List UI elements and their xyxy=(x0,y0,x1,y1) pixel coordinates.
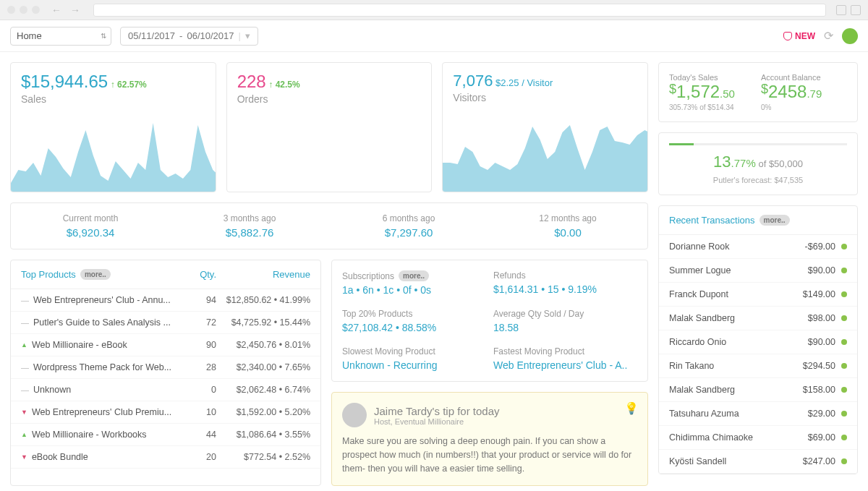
status-dot-icon xyxy=(841,363,847,369)
date-range-picker[interactable]: 05/11/2017 - 06/10/2017 | ▾ xyxy=(120,27,258,46)
account-balance-value: $2458.79 xyxy=(761,82,847,102)
bell-icon xyxy=(783,32,792,40)
transaction-row[interactable]: Rin Takano$294.50 xyxy=(659,354,857,378)
transaction-row[interactable]: Malak Sandberg$98.00 xyxy=(659,307,857,330)
refresh-icon[interactable]: ⟳ xyxy=(824,29,833,43)
product-qty: 20 xyxy=(180,452,216,462)
month-label: Current month xyxy=(11,213,170,223)
product-revenue: $772.54 • 2.52% xyxy=(216,452,310,462)
kpi-visitors-label: Visitors xyxy=(453,92,637,103)
recent-transactions-card: Recent Transactions more.. Dorianne Rook… xyxy=(658,205,858,474)
kpi-orders-card[interactable]: 228 ↑ 42.5% Orders xyxy=(226,62,433,192)
product-qty: 94 xyxy=(180,295,216,305)
browser-actions xyxy=(836,5,861,15)
product-row[interactable]: ▲Web Millionaire - eBook90$2,450.76 • 8.… xyxy=(11,334,320,356)
url-bar[interactable] xyxy=(93,4,826,17)
page-select[interactable]: Home xyxy=(10,27,111,46)
kpi-sales-value: $15,944.65 xyxy=(21,72,108,91)
transaction-amount: $247.00 xyxy=(803,456,835,466)
date-sep: - xyxy=(179,30,182,41)
orders-chart xyxy=(227,63,432,192)
traffic-light-icon xyxy=(20,6,27,14)
stat-avgqty[interactable]: Average Qty Sold / Day 18.58 xyxy=(493,309,637,333)
product-revenue: $1,086.64 • 3.55% xyxy=(216,430,310,440)
product-row[interactable]: ▲Web Millionaire - Workbooks44$1,086.64 … xyxy=(11,424,320,446)
tip-role: Host, Eventual Millionaire xyxy=(374,417,500,426)
more-button[interactable]: more.. xyxy=(760,215,790,226)
transaction-amount: $149.00 xyxy=(803,289,835,299)
product-row[interactable]: —Wordpress Theme Pack for Web...28$2,340… xyxy=(11,356,320,379)
tip-body: Make sure you are solving a deep enough … xyxy=(342,435,637,475)
divider: | xyxy=(239,30,241,41)
transaction-name: Dorianne Rook xyxy=(669,242,805,252)
product-name: Web Millionaire - eBook xyxy=(32,340,127,350)
sales-chart xyxy=(11,119,216,192)
transaction-row[interactable]: Dorianne Rook-$69.00 xyxy=(659,235,857,259)
product-revenue: $1,592.00 • 5.20% xyxy=(216,407,310,417)
trend-flat-icon: — xyxy=(21,363,29,372)
transaction-row[interactable]: Chidimma Chimaoke$69.00 xyxy=(659,426,857,450)
topbar: Home 05/11/2017 - 06/10/2017 | ▾ NEW ⟳ xyxy=(0,20,868,52)
transaction-amount: $69.00 xyxy=(808,432,835,443)
kpi-visitors-per: $2.25 / Visitor xyxy=(495,77,553,88)
user-avatar[interactable] xyxy=(842,28,858,44)
transaction-amount: $90.00 xyxy=(808,265,835,276)
arrow-up-icon: ↑ xyxy=(111,80,115,90)
product-qty: 10 xyxy=(180,407,216,417)
todays-sales-label: Today's Sales xyxy=(669,73,755,82)
transaction-amount: $90.00 xyxy=(808,337,835,347)
product-name: Web Entrepreneurs' Club Premiu... xyxy=(32,407,171,417)
stat-slowest[interactable]: Slowest Moving Product Unknown - Recurri… xyxy=(342,346,486,371)
tip-title: Jaime Tardy's tip for today xyxy=(374,405,500,417)
more-button[interactable]: more.. xyxy=(399,270,429,281)
status-dot-icon xyxy=(841,435,847,440)
product-name: Unknown xyxy=(33,385,71,395)
month-value: $0.00 xyxy=(488,226,647,239)
nav-back-forward-icon[interactable]: ← → xyxy=(51,4,83,16)
transaction-row[interactable]: Tatsuharu Azuma$29.00 xyxy=(659,402,857,426)
recent-transactions-title: Recent Transactions xyxy=(669,215,755,226)
transaction-row[interactable]: Kyösti Sandell$247.00 xyxy=(659,450,857,474)
transaction-name: Kyösti Sandell xyxy=(669,456,803,466)
transaction-row[interactable]: Malak Sandberg$158.00 xyxy=(659,378,857,402)
product-row[interactable]: —Web Entrepreneurs' Club - Annu...94$12,… xyxy=(11,289,320,312)
product-qty: 72 xyxy=(180,317,216,328)
product-qty: 44 xyxy=(180,430,216,440)
date-from: 05/11/2017 xyxy=(128,30,175,41)
transaction-name: Malak Sandberg xyxy=(669,385,803,395)
product-revenue: $2,062.48 • 6.74% xyxy=(216,385,310,395)
kpi-sales-card[interactable]: $15,944.65 ↑ 62.57% Sales xyxy=(10,62,216,192)
account-balance-sub: 0% xyxy=(761,103,847,111)
account-balance-label: Account Balance xyxy=(761,73,847,82)
visitors-chart xyxy=(443,119,648,192)
status-dot-icon xyxy=(841,315,847,321)
traffic-light-icon xyxy=(32,6,40,14)
product-qty: 28 xyxy=(180,362,216,372)
trend-flat-icon: — xyxy=(21,385,29,394)
stat-top20[interactable]: Top 20% Products $27,108.42 • 88.58% xyxy=(342,309,486,333)
status-dot-icon xyxy=(841,291,847,297)
product-row[interactable]: ▼eBook Bundle20$772.54 • 2.52% xyxy=(11,446,320,469)
stat-fastest[interactable]: Fastest Moving Product Web Entrepreneurs… xyxy=(493,346,637,371)
top-products-card: Top Products more.. Qty. Revenue —Web En… xyxy=(10,260,321,486)
status-dot-icon xyxy=(841,411,847,417)
todays-sales-value: $1,572.50 xyxy=(669,82,755,102)
stat-subscriptions[interactable]: Subscriptions more.. 1a • 6n • 1c • 0f •… xyxy=(342,270,486,296)
product-row[interactable]: —Unknown0$2,062.48 • 6.74% xyxy=(11,379,320,401)
product-row[interactable]: ▼Web Entrepreneurs' Club Premiu...10$1,5… xyxy=(11,401,320,424)
months-summary: Current month$6,920.343 months ago$5,882… xyxy=(10,202,648,249)
more-button[interactable]: more.. xyxy=(80,269,111,280)
new-button[interactable]: NEW xyxy=(783,31,815,41)
status-dot-icon xyxy=(841,339,847,345)
status-dot-icon xyxy=(841,387,847,393)
stat-refunds[interactable]: Refunds $1,614.31 • 15 • 9.19% xyxy=(493,270,637,296)
transaction-row[interactable]: Summer Logue$90.00 xyxy=(659,259,857,283)
kpi-visitors-card[interactable]: 7,076 $2.25 / Visitor Visitors xyxy=(442,62,648,192)
lightbulb-icon: 💡 xyxy=(624,401,639,415)
transaction-row[interactable]: Franck Dupont$149.00 xyxy=(659,283,857,307)
product-revenue: $12,850.62 • 41.99% xyxy=(216,295,310,305)
transaction-row[interactable]: Riccardo Onio$90.00 xyxy=(659,330,857,354)
product-row[interactable]: —Putler's Guide to Sales Analysis ...72$… xyxy=(11,312,320,334)
product-name: Wordpress Theme Pack for Web... xyxy=(33,362,171,372)
trend-flat-icon: — xyxy=(21,296,29,304)
